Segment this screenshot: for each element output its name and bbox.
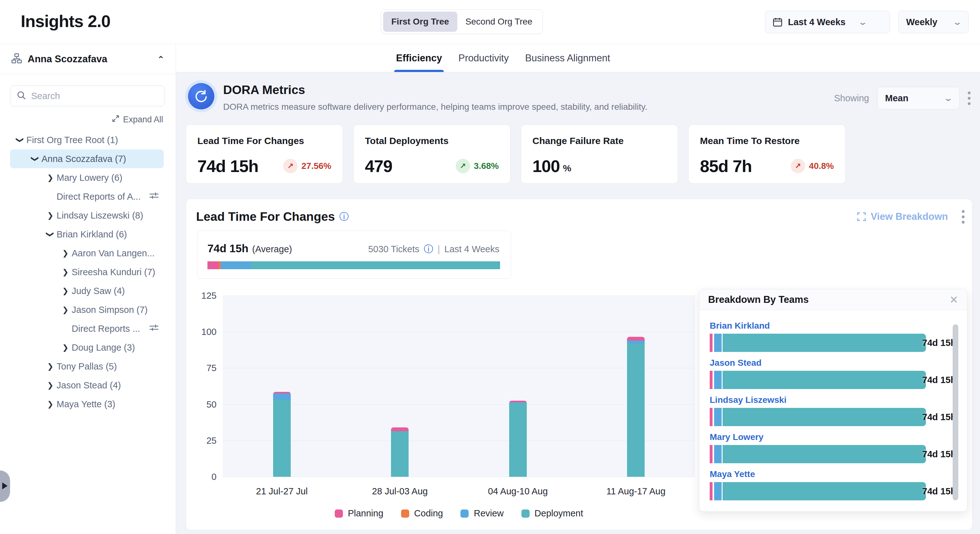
chevron-right-icon[interactable]: ❯ [44, 400, 57, 408]
legend-item-deployment[interactable]: Deployment [522, 508, 583, 519]
breakdown-scrollbar-thumb[interactable] [953, 324, 958, 501]
tree-item[interactable]: ❯Jason Stead (4) [10, 376, 164, 395]
tree-item[interactable]: ❯Judy Saw (4) [10, 282, 164, 300]
legend-label: Review [474, 508, 504, 519]
chevron-right-icon[interactable]: ❯ [44, 381, 57, 390]
showing-label: Showing [834, 93, 869, 104]
lead-time-kebab-menu[interactable] [962, 210, 965, 223]
team-name-link[interactable]: Mary Lowery [710, 432, 958, 442]
date-range-select[interactable]: Last 4 Weeks ⌄ [765, 11, 890, 33]
chevron-right-icon[interactable]: ❯ [59, 268, 72, 276]
metric-value: 74d 15h [197, 156, 258, 176]
chevron-down-icon[interactable]: ❯ [31, 153, 40, 165]
sidebar: Anna Scozzafava ⌄ Expand All ❯First Org … [0, 44, 176, 534]
tree-item[interactable]: ❯Brian Kirkland (6) [10, 225, 164, 244]
info-icon[interactable]: ⓘ [339, 210, 348, 223]
search-icon [17, 91, 26, 101]
chevron-right-icon[interactable]: ❯ [44, 362, 57, 371]
chevron-right-icon[interactable]: ❯ [44, 173, 57, 182]
legend-swatch [522, 510, 530, 518]
team-stacked-bar: 74d 15h [710, 482, 926, 501]
expand-all-button[interactable]: Expand All [0, 106, 176, 128]
granularity-select[interactable]: Weekly ⌄ [898, 11, 969, 33]
calendar-icon [773, 17, 782, 27]
tree-item[interactable]: ❯Lindsay Liszewski (8) [10, 206, 164, 225]
view-breakdown-button[interactable]: View Breakdown [857, 211, 948, 222]
legend-label: Deployment [535, 508, 583, 519]
team-name-link[interactable]: Maya Yette [710, 469, 958, 479]
tree-item[interactable]: ❯Doug Lange (3) [10, 338, 164, 357]
y-axis-tick-label: 75 [191, 363, 216, 373]
legend-item-planning[interactable]: Planning [335, 508, 383, 519]
app-title: Insights 2.0 [21, 11, 110, 31]
dora-kebab-menu[interactable] [968, 91, 970, 105]
filter-sliders-icon[interactable] [149, 322, 159, 335]
sidebar-header[interactable]: Anna Scozzafava ⌄ [0, 44, 176, 74]
team-name-link[interactable]: Brian Kirkland [710, 321, 958, 331]
breakdown-row: Maya Yette 74d 15h [710, 469, 958, 501]
tree-item[interactable]: Direct Reports ... [10, 319, 164, 338]
deployment-segment [627, 344, 644, 477]
metric-card: Mean Time To Restore 85d 7h ↗ 40.8% [688, 124, 845, 184]
gridline [223, 332, 695, 332]
trend-up-icon: ↗ [791, 159, 805, 173]
metric-title: Total Deployments [365, 135, 499, 146]
planning-segment [391, 427, 409, 431]
review-segment [714, 482, 722, 501]
tree-item-label: Anna Scozzafava (7) [41, 154, 126, 164]
review-segment [273, 394, 291, 400]
chevron-right-icon[interactable]: ❯ [59, 343, 72, 352]
tree-item[interactable]: ❯Tony Pallas (5) [10, 357, 164, 376]
tree-item[interactable]: ❯Jason Simpson (7) [10, 300, 164, 319]
tab-efficiency[interactable]: Efficiency [396, 44, 442, 72]
chevron-down-icon[interactable]: ❯ [16, 134, 24, 146]
metric-title: Lead Time For Changes [197, 135, 331, 146]
tree-item[interactable]: ❯Aaron Van Langen... [10, 244, 164, 263]
chevron-right-icon[interactable]: ❯ [59, 287, 72, 295]
org-tree-option[interactable]: First Org Tree [383, 12, 457, 32]
tree-item[interactable]: ❯Anna Scozzafava (7) [10, 149, 164, 168]
tree-item-label: Direct Reports ... [72, 324, 140, 334]
chevron-right-icon[interactable]: ❯ [59, 305, 72, 314]
tree-item[interactable]: Direct Reports of A... [10, 187, 164, 206]
legend-swatch [335, 510, 343, 518]
close-icon[interactable]: ✕ [950, 293, 959, 306]
gridline [223, 296, 695, 296]
search-box[interactable] [10, 86, 164, 106]
divider: | [438, 244, 440, 254]
info-icon[interactable]: ⓘ [424, 243, 433, 256]
lead-time-title: Lead Time For Changes [196, 210, 335, 223]
chevron-right-icon[interactable]: ❯ [59, 249, 72, 258]
chevron-down-icon: ⌄ [953, 17, 963, 27]
breakdown-row: Brian Kirkland 74d 15h [710, 321, 958, 352]
chevron-down-icon[interactable]: ❯ [46, 228, 55, 241]
dora-title: DORA Metrics [223, 83, 648, 97]
tree-item[interactable]: ❯Maya Yette (3) [10, 395, 164, 414]
x-axis-label: 28 Jul-03 Aug [341, 486, 459, 497]
review-segment [714, 334, 722, 352]
aggregation-select[interactable]: Mean ⌄ [877, 87, 959, 110]
tree-item[interactable]: ❯Mary Lowery (6) [10, 168, 164, 187]
team-name-link[interactable]: Lindsay Liszewski [710, 395, 958, 405]
team-name-link[interactable]: Jason Stead [710, 358, 958, 368]
legend-item-coding[interactable]: Coding [401, 508, 443, 519]
gridline [223, 368, 695, 368]
tab-business-alignment[interactable]: Business Alignment [525, 44, 610, 72]
breakdown-row: Mary Lowery 74d 15h [710, 432, 958, 463]
team-stacked-bar: 74d 15h [710, 334, 926, 352]
tree-item-label: Maya Yette (3) [57, 399, 115, 410]
tab-productivity[interactable]: Productivity [458, 44, 509, 72]
filter-sliders-icon[interactable] [149, 190, 159, 203]
chevron-right-icon[interactable]: ❯ [44, 211, 57, 220]
content-area: DORA Metrics DORA metrics measure softwa… [176, 72, 980, 534]
team-value: 74d 15h [896, 412, 956, 422]
expand-all-label: Expand All [123, 115, 163, 124]
collapse-sidebar-icon[interactable]: ⌄ [157, 54, 164, 64]
granularity-value: Weekly [906, 17, 937, 27]
tree-item[interactable]: ❯First Org Tree Root (1) [10, 131, 164, 149]
legend-item-review[interactable]: Review [460, 508, 504, 519]
tree-item[interactable]: ❯Sireesha Kunduri (7) [10, 263, 164, 282]
search-input[interactable] [31, 91, 158, 101]
app-header: Insights 2.0 First Org TreeSecond Org Tr… [0, 0, 980, 44]
org-tree-option[interactable]: Second Org Tree [457, 12, 541, 32]
